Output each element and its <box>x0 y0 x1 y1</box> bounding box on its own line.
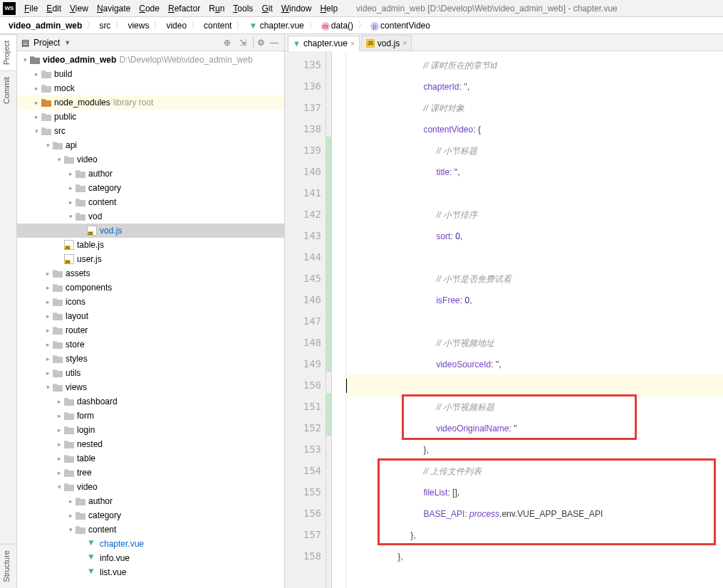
folder-icon <box>41 84 51 93</box>
tree-folder[interactable]: ▸assets <box>17 266 284 280</box>
menu-help[interactable]: Help <box>316 4 342 14</box>
folder-icon <box>30 56 40 64</box>
tree-folder[interactable]: ▸router <box>17 323 284 337</box>
tree-folder[interactable]: ▾api <box>17 138 284 152</box>
crumb-views[interactable]: views <box>125 21 152 31</box>
tree-folder[interactable]: ▸nested <box>17 437 284 451</box>
folder-icon <box>76 212 85 221</box>
project-panel-title[interactable]: Project <box>33 38 60 48</box>
crumb-function[interactable]: mdata() <box>318 21 356 31</box>
crumb-content[interactable]: content <box>201 21 234 31</box>
project-panel-header: ▤ Project ▼ ⊕ ⇲ ⚙ — <box>17 34 284 51</box>
menu-git[interactable]: Git <box>257 4 276 14</box>
tree-folder[interactable]: ▸build <box>17 67 284 81</box>
tree-folder[interactable]: ▸form <box>17 409 284 423</box>
tree-folder[interactable]: ▾content <box>17 523 284 537</box>
tree-folder[interactable]: ▸author <box>17 494 284 508</box>
dropdown-arrow-icon[interactable]: ▼ <box>64 39 71 46</box>
tree-folder[interactable]: ▸mock <box>17 81 284 95</box>
fold-gutter[interactable] <box>332 51 346 588</box>
project-tree[interactable]: ▾video_admin_webD:\Develop\Web\video_adm… <box>17 51 284 588</box>
tree-file[interactable]: chapter.vue <box>17 537 284 551</box>
folder-icon <box>64 468 74 477</box>
settings-icon[interactable]: ⚙ <box>253 37 264 48</box>
tree-file-selected[interactable]: vod.js <box>17 224 284 238</box>
close-icon[interactable]: × <box>402 39 407 47</box>
code-body[interactable]: // 课时所在的章节id chapterId: '', // 课时对象 cont… <box>346 51 723 588</box>
folder-icon <box>76 198 85 206</box>
tree-folder[interactable]: ▸table <box>17 451 284 466</box>
tab-vod-js[interactable]: JSvod.js× <box>361 35 412 51</box>
folder-icon <box>76 525 85 534</box>
js-file-icon: JS <box>366 39 375 48</box>
tree-folder[interactable]: ▸store <box>17 337 284 352</box>
tab-chapter-vue[interactable]: ▼chapter.vue× <box>288 36 360 51</box>
project-pane-icon: ▤ <box>21 38 29 48</box>
folder-icon <box>53 383 63 392</box>
menu-run[interactable]: Run <box>204 4 229 14</box>
folder-icon <box>53 141 63 149</box>
select-opened-file-icon[interactable]: ⊕ <box>222 37 233 48</box>
tree-folder[interactable]: ▸icons <box>17 295 284 309</box>
crumb-video[interactable]: video <box>163 21 189 31</box>
folder-icon <box>41 112 51 121</box>
menu-edit[interactable]: Edit <box>42 4 66 14</box>
folder-icon <box>41 127 51 135</box>
tree-folder[interactable]: ▾video <box>17 480 284 494</box>
tool-tab-structure[interactable]: Structure <box>0 544 16 588</box>
crumb-src[interactable]: src <box>96 21 113 31</box>
code-editor[interactable]: 1351361371381391401411421431441451461471… <box>285 51 723 588</box>
tree-folder[interactable]: ▸author <box>17 167 284 181</box>
text-caret <box>346 379 347 393</box>
tree-folder[interactable]: ▾src <box>17 124 284 138</box>
menu-window[interactable]: Window <box>277 4 316 14</box>
crumb-file[interactable]: ▼ chapter.vue <box>246 21 306 31</box>
tree-folder[interactable]: ▸category <box>17 508 284 523</box>
chevron-right-icon: 〉 <box>86 19 95 31</box>
tree-folder[interactable]: ▸utils <box>17 366 284 380</box>
line-number-gutter[interactable]: 1351361371381391401411421431441451461471… <box>285 51 326 588</box>
tree-file[interactable]: table.js <box>17 238 284 252</box>
tree-folder[interactable]: ▸layout <box>17 309 284 323</box>
vue-file-icon <box>87 567 97 577</box>
tree-folder[interactable]: ▸dashboard <box>17 394 284 409</box>
menu-file[interactable]: File <box>20 4 42 14</box>
close-icon[interactable]: × <box>350 40 355 48</box>
tree-file[interactable]: info.vue <box>17 551 284 565</box>
menu-tools[interactable]: Tools <box>229 4 257 14</box>
crumb-property[interactable]: pcontentVideo <box>368 21 433 31</box>
folder-icon <box>53 283 63 292</box>
tree-folder[interactable]: ▾video <box>17 152 284 167</box>
menu-refactor[interactable]: Refactor <box>164 4 204 14</box>
tree-root[interactable]: ▾video_admin_webD:\Develop\Web\video_adm… <box>17 53 284 67</box>
menu-bar: WS File Edit View Navigate Code Refactor… <box>0 0 723 17</box>
tree-folder[interactable]: ▸category <box>17 181 284 195</box>
hide-icon[interactable]: — <box>269 37 280 48</box>
tree-folder[interactable]: ▾vod <box>17 209 284 224</box>
crumb-root[interactable]: video_admin_web <box>6 21 85 31</box>
tree-folder-excluded[interactable]: ▸node_moduleslibrary root <box>17 95 284 110</box>
menu-view[interactable]: View <box>66 4 93 14</box>
tree-file[interactable]: list.vue <box>17 565 284 579</box>
tree-folder[interactable]: ▸login <box>17 423 284 437</box>
chevron-right-icon: 〉 <box>358 19 366 31</box>
expand-all-icon[interactable]: ⇲ <box>237 37 249 48</box>
folder-icon <box>53 312 63 320</box>
tree-folder[interactable]: ▸tree <box>17 466 284 480</box>
tree-folder[interactable]: ▾views <box>17 380 284 394</box>
menu-code[interactable]: Code <box>135 4 164 14</box>
folder-icon <box>41 70 51 78</box>
folder-icon <box>64 426 74 434</box>
tool-tab-project[interactable]: Project <box>0 34 16 70</box>
folder-icon <box>41 98 51 107</box>
tree-folder[interactable]: ▸public <box>17 110 284 124</box>
js-file-icon <box>64 254 74 264</box>
folder-icon <box>53 326 63 335</box>
tree-folder[interactable]: ▸components <box>17 280 284 295</box>
tree-file[interactable]: user.js <box>17 252 284 266</box>
menu-navigate[interactable]: Navigate <box>93 4 135 14</box>
tree-folder[interactable]: ▸content <box>17 195 284 209</box>
tree-folder[interactable]: ▸styles <box>17 352 284 366</box>
folder-icon <box>53 269 63 278</box>
tool-tab-commit[interactable]: Commit <box>0 70 16 110</box>
